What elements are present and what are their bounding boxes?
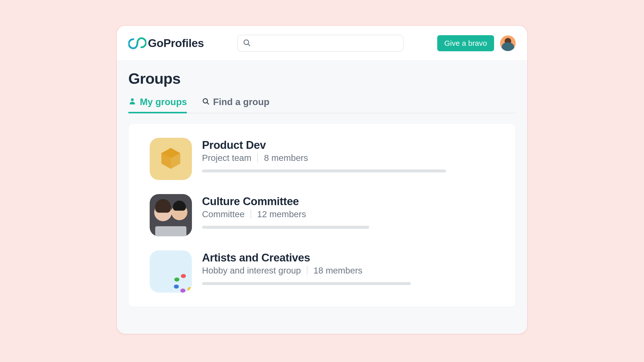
group-info: Culture Committee Committee 12 members: [202, 194, 494, 229]
tab-label: My groups: [140, 97, 187, 107]
group-thumb: [150, 250, 192, 293]
give-bravo-button[interactable]: Give a bravo: [437, 35, 494, 51]
group-meta: Committee 12 members: [202, 209, 494, 219]
skeleton-line: [202, 169, 446, 172]
meta-divider: [307, 266, 307, 275]
group-name: Culture Committee: [202, 195, 494, 208]
tab-find-group[interactable]: Find a group: [202, 97, 269, 113]
tabs: My groups Find a group: [128, 97, 516, 113]
tab-label: Find a group: [213, 97, 269, 107]
skeleton-line: [202, 282, 411, 285]
svg-point-2: [131, 98, 134, 101]
search-input-wrap[interactable]: [237, 35, 404, 52]
logo-mark-icon: [128, 37, 146, 49]
page-title: Groups: [128, 70, 516, 87]
group-type: Hobby and interest group: [202, 265, 301, 276]
brand-name: GoProfiles: [148, 37, 204, 50]
meta-divider: [257, 153, 258, 162]
tab-my-groups[interactable]: My groups: [128, 97, 187, 113]
topbar-right: Give a bravo: [437, 35, 516, 51]
app-window: GoProfiles Give a bravo Groups: [116, 25, 528, 334]
group-thumb: [150, 194, 192, 236]
group-meta: Hobby and interest group 18 members: [202, 265, 494, 276]
skeleton-line: [202, 226, 369, 229]
group-members: 18 members: [313, 265, 363, 276]
group-info: Artists and Creatives Hobby and interest…: [202, 250, 494, 285]
group-name: Product Dev: [202, 139, 494, 151]
group-type: Project team: [202, 153, 251, 163]
meta-divider: [251, 210, 251, 219]
search-container: [214, 35, 427, 52]
brand-logo[interactable]: GoProfiles: [128, 37, 204, 50]
search-icon: [243, 39, 251, 48]
people-photo-icon: [150, 194, 192, 236]
person-icon: [128, 97, 136, 107]
group-row[interactable]: Product Dev Project team 8 members: [150, 138, 494, 180]
svg-line-4: [207, 103, 209, 104]
group-row[interactable]: Culture Committee Committee 12 members: [150, 194, 494, 236]
page-content: Groups My groups Find a group: [117, 61, 527, 307]
group-type: Committee: [202, 209, 245, 219]
group-name: Artists and Creatives: [202, 251, 494, 264]
search-input[interactable]: [254, 39, 398, 47]
group-row[interactable]: Artists and Creatives Hobby and interest…: [150, 250, 494, 293]
group-thumb: [150, 138, 192, 180]
svg-line-1: [248, 44, 250, 46]
avatar[interactable]: [500, 35, 516, 51]
group-members: 12 members: [257, 209, 306, 219]
group-members: 8 members: [264, 153, 308, 163]
box-icon: [158, 146, 183, 172]
topbar: GoProfiles Give a bravo: [117, 26, 527, 61]
group-info: Product Dev Project team 8 members: [202, 138, 494, 172]
group-meta: Project team 8 members: [202, 153, 494, 163]
search-icon: [202, 97, 210, 107]
groups-card: Product Dev Project team 8 members: [128, 123, 516, 307]
